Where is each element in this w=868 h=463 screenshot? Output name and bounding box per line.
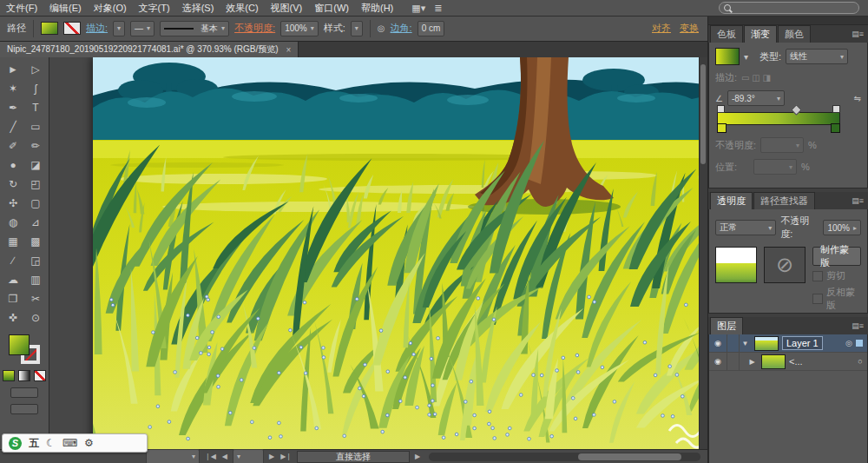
tool-free-transform[interactable]: ▢ bbox=[24, 194, 47, 213]
tool-mesh[interactable]: ▦ bbox=[2, 232, 24, 251]
first-artboard-icon[interactable]: ❘◀ bbox=[204, 453, 217, 460]
artwork[interactable] bbox=[93, 57, 707, 449]
none-mode-button[interactable] bbox=[34, 370, 46, 381]
tool-rotate[interactable]: ↻ bbox=[2, 175, 24, 194]
menu-item-3[interactable]: 文字(T) bbox=[133, 0, 176, 16]
tool-eraser[interactable]: ◪ bbox=[24, 155, 47, 175]
ime-fullwidth-icon[interactable]: ☾ bbox=[46, 433, 56, 453]
tool-perspective-grid[interactable]: ⊿ bbox=[24, 213, 47, 232]
panel-menu-icon[interactable]: ▤≡ bbox=[852, 321, 864, 330]
dock-header[interactable] bbox=[708, 16, 868, 25]
gradient-opacity-stop-left[interactable] bbox=[717, 105, 725, 113]
tool-slice[interactable]: ✂ bbox=[24, 289, 47, 308]
next-artboard-icon[interactable]: ▶ bbox=[268, 453, 275, 460]
current-tool-status[interactable]: 直接选择 bbox=[297, 451, 410, 463]
gradient-swatch-dropdown-icon[interactable]: ▾ bbox=[744, 52, 748, 62]
menu-item-1[interactable]: 编辑(E) bbox=[43, 0, 88, 16]
opacity-dropdown[interactable]: 100%▾ bbox=[280, 21, 319, 36]
last-artboard-icon[interactable]: ▶❘ bbox=[279, 453, 293, 460]
gradient-opacity-dropdown[interactable]: ▾ bbox=[760, 137, 804, 153]
transparency-opacity-dropdown[interactable]: 100%▸ bbox=[823, 220, 861, 235]
tab-swatches[interactable]: 色板 bbox=[710, 25, 743, 43]
document-setup-icon[interactable]: ◎ bbox=[378, 23, 385, 33]
target-circle-icon[interactable]: ◎ bbox=[842, 339, 856, 347]
make-mask-button[interactable]: 制作蒙版 bbox=[812, 247, 861, 266]
gradient-location-dropdown[interactable]: ▾ bbox=[753, 159, 797, 175]
gradient-swatch-thumb[interactable] bbox=[715, 48, 740, 65]
search-input[interactable] bbox=[719, 2, 859, 14]
tool-magic-wand[interactable]: ✶ bbox=[2, 79, 24, 98]
menu-item-8[interactable]: 帮助(H) bbox=[355, 0, 399, 16]
tool-direct-selection[interactable]: ▷ bbox=[24, 60, 47, 79]
layer-name[interactable]: Layer 1 bbox=[782, 336, 823, 350]
tool-blob-brush[interactable]: ● bbox=[2, 155, 24, 175]
tool-rectangle[interactable]: ▭ bbox=[24, 117, 47, 136]
menu-item-7[interactable]: 窗口(W) bbox=[308, 0, 355, 16]
screen-mode-button[interactable] bbox=[10, 404, 38, 414]
workspace-switcher-icon[interactable]: ▦▾ bbox=[411, 3, 425, 14]
tool-pen[interactable]: ✒ bbox=[2, 98, 24, 117]
vertical-scrollbar[interactable] bbox=[699, 57, 707, 449]
corner-value-field[interactable]: 0 cm bbox=[418, 21, 445, 36]
document-tab[interactable]: Nipic_24787180_20190519220921774081.ai* … bbox=[0, 42, 299, 57]
tool-blend[interactable]: ◲ bbox=[24, 251, 47, 270]
color-mode-button[interactable] bbox=[3, 370, 15, 381]
lock-column[interactable] bbox=[727, 334, 740, 352]
tab-transparency[interactable]: 透明度 bbox=[710, 192, 753, 209]
artboard-number-dropdown[interactable]: ▾ bbox=[233, 449, 264, 463]
tool-artboard[interactable]: ❐ bbox=[2, 289, 24, 308]
tool-paintbrush[interactable]: ✐ bbox=[2, 136, 24, 155]
fill-stroke-widget[interactable] bbox=[9, 334, 40, 364]
gradient-type-dropdown[interactable]: 线性▾ bbox=[786, 49, 848, 64]
fill-indicator[interactable] bbox=[9, 334, 30, 355]
menu-item-2[interactable]: 对象(O) bbox=[88, 0, 133, 16]
gradient-opacity-stop-right[interactable] bbox=[832, 105, 840, 113]
tab-color[interactable]: 颜色 bbox=[778, 25, 811, 43]
lock-column[interactable] bbox=[727, 353, 740, 370]
stroke-link[interactable]: 描边: bbox=[86, 22, 108, 35]
drawing-mode-button[interactable] bbox=[10, 387, 38, 398]
cs-live-icon[interactable]: ≣ bbox=[434, 3, 442, 14]
fill-color-swatch[interactable] bbox=[41, 22, 58, 35]
tool-width[interactable]: ✣ bbox=[2, 194, 24, 213]
tool-symbol-sprayer[interactable]: ☁ bbox=[2, 270, 24, 289]
close-icon[interactable]: × bbox=[286, 45, 292, 55]
gradient-slider[interactable] bbox=[717, 112, 840, 125]
prev-artboard-icon[interactable]: ◀ bbox=[221, 453, 228, 460]
stroke-weight-dropdown[interactable]: ▾ bbox=[113, 21, 125, 36]
chevron-right-icon[interactable]: ▶ bbox=[746, 358, 758, 366]
horizontal-scrollbar-thumb[interactable] bbox=[578, 453, 681, 460]
reverse-gradient-icon[interactable]: ⇋ bbox=[854, 94, 861, 103]
layer-row[interactable]: ◉ ▼ Layer 1 ◎ bbox=[709, 334, 867, 353]
tool-scale[interactable]: ◰ bbox=[24, 175, 47, 194]
mask-thumbnail[interactable]: ⊘ bbox=[764, 247, 806, 283]
visibility-eye-icon[interactable]: ◉ bbox=[709, 334, 727, 352]
layer-name[interactable]: <... bbox=[789, 356, 853, 367]
layer-row[interactable]: ◉ ▶ <... ○ bbox=[709, 353, 867, 371]
menu-item-6[interactable]: 视图(V) bbox=[265, 0, 309, 16]
zoom-dropdown[interactable]: ▾ bbox=[146, 449, 200, 463]
horizontal-scrollbar[interactable] bbox=[429, 453, 700, 461]
transform-link[interactable]: 变换 bbox=[680, 22, 699, 35]
object-thumbnail[interactable] bbox=[715, 247, 757, 283]
invert-mask-checkbox[interactable] bbox=[812, 294, 823, 304]
vertical-scrollbar-thumb[interactable] bbox=[700, 64, 706, 164]
menu-item-4[interactable]: 选择(S) bbox=[176, 0, 220, 16]
canvas-area[interactable] bbox=[49, 57, 707, 449]
tab-layers[interactable]: 图层 bbox=[710, 317, 743, 334]
tool-type[interactable]: T bbox=[24, 98, 47, 117]
ime-settings-icon[interactable]: ⚙ bbox=[84, 433, 94, 453]
gradient-mode-button[interactable] bbox=[18, 370, 30, 381]
tool-hand[interactable]: ✜ bbox=[2, 308, 24, 327]
style-dropdown[interactable]: ▾ bbox=[351, 21, 363, 36]
gradient-stop-left[interactable] bbox=[717, 123, 727, 133]
tool-pencil[interactable]: ✏ bbox=[24, 136, 47, 155]
tool-selection[interactable]: ► bbox=[2, 60, 24, 79]
opacity-link[interactable]: 不透明度: bbox=[234, 22, 275, 35]
panel-menu-icon[interactable]: ▤≡ bbox=[852, 30, 864, 38]
status-flyout-icon[interactable]: ▶ bbox=[414, 453, 421, 460]
panel-menu-icon[interactable]: ▤≡ bbox=[852, 196, 864, 205]
tool-column-graph[interactable]: ▥ bbox=[24, 270, 47, 289]
menu-item-5[interactable]: 效果(C) bbox=[220, 0, 264, 16]
ime-keyboard-icon[interactable]: ⌨ bbox=[62, 433, 77, 453]
